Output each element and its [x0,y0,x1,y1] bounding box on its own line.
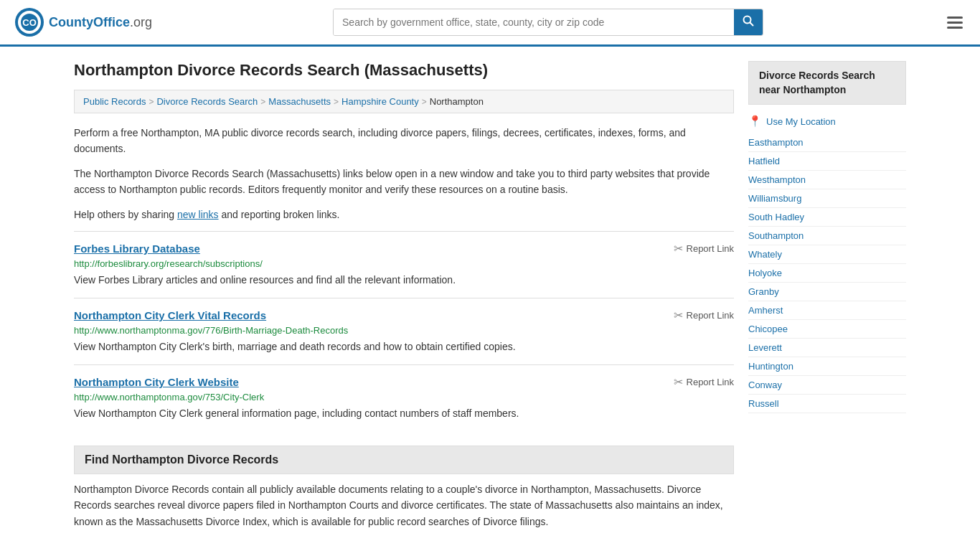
resource-desc-2: View Northampton City Clerk general info… [74,406,734,421]
description-para1: Perform a free Northampton, MA public di… [74,125,734,157]
resource-title-1[interactable]: Northampton City Clerk Vital Records [74,309,266,321]
search-icon [743,15,754,27]
search-input-wrap [333,9,763,36]
search-input[interactable] [334,9,734,35]
resource-desc-1: View Northampton City Clerk's birth, mar… [74,339,734,354]
breadcrumb-sep-2: > [260,97,265,107]
breadcrumb-sep-1: > [149,97,154,107]
resource-item-2: Northampton City Clerk Website ✂ Report … [74,364,734,431]
sidebar-link-granby[interactable]: Granby [748,283,906,301]
resource-item-0: Forbes Library Database ✂ Report Link ht… [74,231,734,298]
resource-desc-0: View Forbes Library articles and online … [74,273,734,288]
breadcrumb-sep-3: > [334,97,339,107]
page-title: Northampton Divorce Records Search (Mass… [74,61,734,80]
sidebar-link-leverett[interactable]: Leverett [748,339,906,357]
sidebar-link-amherst[interactable]: Amherst [748,301,906,320]
sidebar-link-williamsburg[interactable]: Williamsburg [748,189,906,208]
sidebar: Divorce Records Search near Northampton … [748,61,906,537]
svg-line-5 [750,23,753,26]
report-icon-2: ✂ [674,375,683,389]
report-icon-0: ✂ [674,242,683,255]
resource-url-2[interactable]: http://www.northamptonma.gov/753/City-Cl… [74,392,734,402]
sidebar-link-hatfield[interactable]: Hatfield [748,152,906,171]
sidebar-link-chicopee[interactable]: Chicopee [748,320,906,339]
menu-bar-1 [947,17,963,19]
menu-bar-2 [947,22,963,24]
search-area [333,9,763,36]
sidebar-link-whately[interactable]: Whately [748,245,906,264]
breadcrumb-sep-4: > [422,97,427,107]
breadcrumb-hampshire-county[interactable]: Hampshire County [341,96,419,107]
location-pin-icon: 📍 [748,115,762,128]
sidebar-links: EasthamptonHatfieldWesthamptonWilliamsbu… [748,133,906,413]
report-icon-1: ✂ [674,309,683,322]
sidebar-link-easthampton[interactable]: Easthampton [748,133,906,152]
menu-button[interactable] [944,14,966,32]
breadcrumb: Public Records > Divorce Records Search … [74,90,734,113]
sidebar-link-conway[interactable]: Conway [748,376,906,395]
resource-url-0[interactable]: http://forbeslibrary.org/research/subscr… [74,258,734,269]
menu-bar-3 [947,27,963,29]
breadcrumb-public-records[interactable]: Public Records [83,96,146,107]
breadcrumb-northampton: Northampton [430,96,484,107]
sidebar-header: Divorce Records Search near Northampton [748,61,906,105]
sidebar-link-southampton[interactable]: Southampton [748,227,906,245]
resource-url-1[interactable]: http://www.northamptonma.gov/776/Birth-M… [74,325,734,336]
sidebar-link-huntington[interactable]: Huntington [748,357,906,376]
use-my-location-link[interactable]: 📍 Use My Location [748,112,906,133]
new-links-link[interactable]: new links [177,209,219,220]
report-link-btn-1[interactable]: ✂ Report Link [674,309,734,322]
content: Northampton Divorce Records Search (Mass… [74,61,734,537]
resource-header-2: Northampton City Clerk Website ✂ Report … [74,375,734,389]
find-section-header: Find Northampton Divorce Records [74,446,734,474]
sidebar-link-holyoke[interactable]: Holyoke [748,264,906,283]
resource-title-2[interactable]: Northampton City Clerk Website [74,376,239,388]
sidebar-link-south-hadley[interactable]: South Hadley [748,208,906,227]
svg-text:CO: CO [22,17,37,28]
report-link-btn-2[interactable]: ✂ Report Link [674,375,734,389]
description-para3: Help others by sharing new links and rep… [74,207,734,222]
logo-icon: CO [14,7,44,37]
logo-area: CO CountyOffice.org [14,7,152,37]
resource-header-1: Northampton City Clerk Vital Records ✂ R… [74,309,734,322]
header: CO CountyOffice.org [0,0,980,47]
logo-text: CountyOffice.org [49,15,152,30]
resource-title-0[interactable]: Forbes Library Database [74,242,200,255]
find-section-desc: Northampton Divorce Records contain all … [74,481,734,529]
report-link-btn-0[interactable]: ✂ Report Link [674,242,734,255]
resource-header-0: Forbes Library Database ✂ Report Link [74,242,734,255]
breadcrumb-massachusetts[interactable]: Massachusetts [268,96,331,107]
sidebar-link-westhampton[interactable]: Westhampton [748,171,906,189]
search-button[interactable] [734,9,763,35]
main-layout: Northampton Divorce Records Search (Mass… [60,47,920,551]
resource-item-1: Northampton City Clerk Vital Records ✂ R… [74,298,734,364]
sidebar-link-russell[interactable]: Russell [748,395,906,413]
resources-list: Forbes Library Database ✂ Report Link ht… [74,231,734,431]
breadcrumb-divorce-records-search[interactable]: Divorce Records Search [156,96,258,107]
description-para2: The Northampton Divorce Records Search (… [74,166,734,198]
